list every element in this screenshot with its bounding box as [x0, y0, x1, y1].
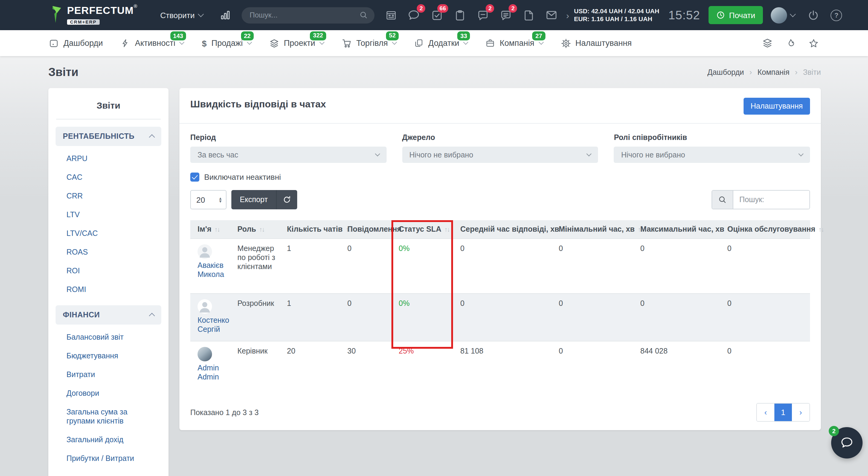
- sidebar-item-expenses[interactable]: Витрати: [48, 366, 168, 384]
- sidebar-item-profit-expenses[interactable]: Прибутки / Витрати: [48, 449, 168, 468]
- currency-expand-arrow[interactable]: ›: [566, 10, 569, 20]
- comment-badge: 2: [486, 4, 494, 13]
- search-icon[interactable]: [712, 191, 733, 209]
- col-sla-status[interactable]: Статус SLA↑↓: [392, 220, 453, 239]
- logout-icon[interactable]: [808, 9, 819, 21]
- stats-icon[interactable]: [220, 10, 231, 21]
- sidebar-item-roas[interactable]: ROAS: [48, 243, 168, 262]
- divider: [56, 119, 161, 120]
- sidebar-item-ltv-cac[interactable]: LTV/CAC: [48, 225, 168, 243]
- sidebar-item-ltv[interactable]: LTV: [48, 206, 168, 225]
- section-finances[interactable]: ФІНАНСИ: [56, 305, 161, 325]
- max-time-cell: 844 028: [633, 341, 720, 392]
- page-length-select[interactable]: 20 ▲▼: [190, 190, 226, 209]
- rating-cell: 0: [720, 294, 810, 341]
- chevron-down-icon: [198, 11, 204, 17]
- breadcrumb-dashboards[interactable]: Дашборди: [707, 68, 744, 76]
- next-page-button[interactable]: ›: [792, 404, 809, 421]
- col-min-time[interactable]: Мінімальний час, хв↑↓: [552, 220, 633, 239]
- sidebar-item-crr[interactable]: CRR: [48, 187, 168, 206]
- col-chats[interactable]: Кількість чатів↑↓: [280, 220, 340, 239]
- max-time-cell: 0: [633, 239, 720, 294]
- chat-icon[interactable]: 2: [408, 9, 420, 21]
- period-select[interactable]: За весь час: [190, 146, 386, 163]
- roles-select[interactable]: Нічого не вибрано: [614, 146, 810, 163]
- exclude-inactive-checkbox[interactable]: Виключати неактивні: [190, 173, 810, 181]
- refresh-icon[interactable]: [276, 190, 298, 209]
- breadcrumb-company[interactable]: Компанія: [757, 68, 789, 76]
- nav-projects[interactable]: Проекти 322: [270, 38, 324, 48]
- role-cell: Розробник: [230, 294, 280, 341]
- col-max-time[interactable]: Максимальний час, хв↑↓: [633, 220, 720, 239]
- min-time-cell: 0: [552, 294, 633, 341]
- pagination: ‹ 1 ›: [756, 403, 810, 422]
- stack-icon[interactable]: [762, 38, 773, 48]
- col-avg-time[interactable]: Середній час відповіді, хв↑↓: [453, 220, 552, 239]
- logo[interactable]: PERFECTUM® CRM+ERP: [51, 5, 137, 25]
- tasks-badge: 66: [437, 4, 448, 13]
- table-header-row: Ім'я↑↓ Роль↑↓ Кількість чатів↑↓ Повідомл…: [190, 220, 810, 239]
- document-icon[interactable]: [523, 9, 534, 21]
- col-role[interactable]: Роль↑↓: [230, 220, 280, 239]
- export-button[interactable]: Експорт: [231, 190, 298, 209]
- prev-page-button[interactable]: ‹: [757, 404, 774, 421]
- checkbox-checked-icon: [190, 173, 199, 181]
- nav-settings[interactable]: Налаштування: [561, 38, 632, 48]
- chats-cell: 20: [280, 341, 340, 392]
- nav-company[interactable]: Компанія 27: [486, 39, 543, 48]
- nav-sales[interactable]: $ Продажі 22: [202, 39, 251, 48]
- sidebar-item-total-income[interactable]: Загальний дохід: [48, 431, 168, 449]
- global-search-input[interactable]: [248, 10, 360, 20]
- sidebar-item-total-by-client-groups[interactable]: Загальна сума за групами клієнтів: [48, 403, 168, 431]
- start-timer-button[interactable]: Почати: [709, 6, 763, 24]
- sidebar-item-budgeting[interactable]: Бюджетування: [48, 347, 168, 366]
- col-name[interactable]: Ім'я↑↓: [190, 220, 230, 239]
- sla-cell: 0%: [392, 294, 453, 341]
- nav-activities[interactable]: Активності 143: [121, 39, 184, 48]
- employee-name-link[interactable]: Admin Admin: [197, 364, 219, 381]
- rating-cell: 0: [720, 341, 810, 392]
- nav-trade[interactable]: Торгівля 52: [342, 38, 396, 48]
- mail-icon[interactable]: [546, 9, 558, 21]
- nav-dashboards[interactable]: Дашборди: [49, 38, 103, 48]
- create-menu[interactable]: Створити: [160, 10, 203, 20]
- avg-time-cell: 0: [453, 294, 552, 341]
- col-messages[interactable]: Повідомлення↑↓: [340, 220, 392, 239]
- sidebar-item-contracts[interactable]: Договори: [48, 384, 168, 403]
- news-icon[interactable]: [385, 9, 397, 21]
- support-chat-button[interactable]: 2: [831, 427, 863, 458]
- sidebar-item-arpu[interactable]: ARPU: [48, 149, 168, 168]
- star-icon[interactable]: [808, 38, 818, 48]
- tasks-icon[interactable]: 66: [431, 9, 443, 21]
- source-select[interactable]: Нічого не вибрано: [402, 146, 598, 163]
- report-card: Швидкість відповіді в чатах Налаштування…: [179, 88, 821, 430]
- feedback-icon[interactable]: 2: [499, 9, 512, 21]
- section-profitability[interactable]: РЕНТАБЕЛЬНІСТЬ: [56, 127, 161, 146]
- reports-sidebar: Звіти РЕНТАБЕЛЬНІСТЬ ARPU CAC CRR LTV LT…: [48, 88, 168, 476]
- app-root: PERFECTUM® CRM+ERP Створити 2: [0, 0, 868, 476]
- help-icon[interactable]: ?: [831, 9, 842, 21]
- briefcase-icon: [486, 39, 495, 48]
- sidebar-item-romi[interactable]: ROMI: [48, 280, 168, 299]
- nav-badge: 322: [310, 31, 326, 40]
- report-settings-button[interactable]: Налаштування: [743, 98, 810, 115]
- nav-addons[interactable]: Додатки 33: [414, 39, 467, 48]
- col-rating[interactable]: Оцінка обслуговування↑↓: [720, 220, 810, 239]
- sidebar-item-balance-report[interactable]: Балансовий звіт: [48, 328, 168, 347]
- sort-icon: ↑↓: [818, 226, 824, 233]
- user-menu[interactable]: [771, 7, 795, 23]
- sidebar-item-cac[interactable]: CAC: [48, 168, 168, 187]
- table-search-input[interactable]: [733, 191, 809, 209]
- employee-name-link[interactable]: Костенко Сергій: [197, 316, 229, 334]
- page-1-button[interactable]: 1: [774, 404, 792, 421]
- nav-badge: 143: [170, 31, 186, 40]
- cart-icon: [342, 38, 351, 48]
- search-icon: [360, 11, 368, 19]
- fire-icon[interactable]: [785, 38, 796, 48]
- sidebar-item-roi[interactable]: ROI: [48, 262, 168, 280]
- chevron-down-icon: [319, 40, 324, 45]
- clipboard-icon[interactable]: [454, 9, 466, 21]
- comment-icon[interactable]: 2: [476, 9, 489, 21]
- employee-name-link[interactable]: Авакієв Микола: [197, 261, 224, 279]
- chevron-down-icon: [538, 40, 544, 45]
